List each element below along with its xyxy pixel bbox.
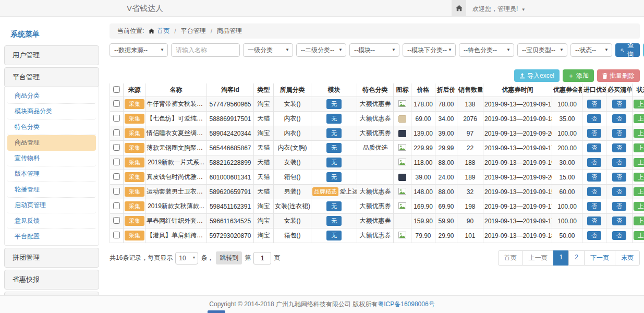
sidebar-item[interactable]: 平台配置 (7, 229, 96, 244)
import-select-toggle[interactable]: 否 (587, 231, 601, 240)
add-button[interactable]: ＋ 添加 (563, 69, 594, 82)
must-buy-toggle[interactable]: 否 (612, 173, 626, 182)
status-toggle[interactable]: 上架 (634, 231, 644, 240)
row-checkbox[interactable] (113, 159, 120, 165)
coupon-time: 2019-09-13—2019-09-17 (483, 214, 552, 228)
taoke-id: 589042420344 (207, 126, 254, 141)
source-badge: 采集 (125, 143, 144, 153)
status-toggle[interactable]: 上架 (634, 114, 644, 123)
page-button[interactable]: 1 (553, 250, 569, 266)
coupon-time: 2019-09-13—2019-09-20 (483, 126, 552, 141)
page-number-input[interactable] (253, 252, 271, 264)
module-select[interactable]: --模块-- (349, 43, 399, 57)
import-excel-button[interactable]: 导入excel (514, 69, 560, 82)
name-input[interactable] (171, 43, 240, 57)
select-all-checkbox[interactable] (113, 86, 120, 93)
discount-price: 39.00 (435, 126, 457, 141)
row-checkbox[interactable] (113, 202, 120, 209)
import-select-toggle[interactable]: 否 (587, 187, 601, 196)
product-category: 男装() (274, 185, 311, 199)
sidebar-item[interactable]: 宣传物料 (7, 151, 96, 166)
sales-count: 90 (457, 214, 483, 228)
module-sub-category-select[interactable]: --模块下分类-- (403, 43, 456, 57)
sidebar-item[interactable]: 意见反馈 (7, 213, 96, 229)
must-buy-toggle[interactable]: 否 (612, 216, 626, 225)
status-toggle[interactable]: 上架 (634, 216, 644, 225)
batch-delete-button[interactable]: 批量删除 (597, 69, 640, 82)
row-checkbox[interactable] (113, 232, 120, 238)
status-toggle[interactable]: 上架 (634, 202, 644, 211)
row-checkbox[interactable] (113, 188, 120, 195)
must-buy-toggle[interactable]: 否 (612, 143, 626, 152)
status-toggle[interactable]: 上架 (634, 173, 644, 182)
sidebar-item[interactable]: 特色分类 (7, 119, 96, 135)
per-page-select[interactable]: 10 (175, 252, 198, 264)
coupon-amount: 50.00 (552, 228, 582, 243)
must-buy-toggle[interactable]: 否 (612, 129, 626, 138)
row-checkbox[interactable] (113, 144, 120, 151)
level2-category-select[interactable]: --二级分类-- (296, 43, 346, 57)
item-type-select[interactable]: --宝贝类型-- (517, 43, 567, 57)
sidebar-item[interactable]: 商品分类 (7, 88, 96, 104)
sidebar-item[interactable]: 商品管理 (7, 135, 96, 151)
status-toggle[interactable]: 上架 (634, 187, 644, 196)
feature-category-select[interactable]: --特色分类-- (459, 43, 514, 57)
price: 69.00 (411, 112, 435, 126)
home-button[interactable] (452, 0, 466, 16)
sidebar-submenu: 商品分类模块商品分类特色分类商品管理宣传物料版本管理轮播管理启动页管理意见反馈平… (4, 87, 99, 246)
icon-cell (394, 228, 411, 243)
import-select-toggle[interactable]: 否 (587, 100, 601, 109)
import-select-toggle[interactable]: 否 (587, 158, 601, 167)
import-select-toggle[interactable]: 否 (587, 202, 601, 211)
must-buy-toggle[interactable]: 否 (612, 187, 626, 196)
product-type: 淘宝 (254, 214, 274, 228)
row-checkbox[interactable] (113, 129, 120, 136)
sidebar-group[interactable]: 平台管理 (4, 67, 99, 87)
row-checkbox[interactable] (113, 115, 120, 122)
page-button[interactable]: 下一页 (584, 250, 615, 266)
sales-count: 138 (457, 97, 483, 112)
page-button[interactable]: 上一页 (523, 250, 554, 266)
status-toggle[interactable]: 上架 (634, 158, 644, 167)
import-select-toggle[interactable]: 否 (587, 173, 601, 182)
page-button[interactable]: 末页 (615, 250, 640, 266)
sidebar-group[interactable]: 拼团管理 (4, 248, 99, 268)
must-buy-toggle[interactable]: 否 (612, 100, 626, 109)
sidebar-item[interactable]: 启动页管理 (7, 198, 96, 213)
row-checkbox[interactable] (113, 100, 120, 107)
status-toggle[interactable]: 上架 (634, 100, 644, 109)
coupon-amount: 30.00 (552, 155, 582, 170)
product-category: 女装() (274, 155, 311, 170)
import-select-toggle[interactable]: 否 (587, 216, 601, 225)
must-buy-toggle[interactable]: 否 (612, 114, 626, 123)
sidebar-item[interactable]: 模块商品分类 (7, 104, 96, 119)
page-button[interactable]: 2 (568, 250, 585, 266)
icp-link[interactable]: 粤ICP备16098006号 (378, 300, 434, 309)
level1-category-select[interactable]: 一级分类 (243, 43, 293, 57)
import-select-toggle[interactable]: 否 (587, 114, 601, 123)
column-header: 图标 (394, 83, 411, 97)
sidebar-group[interactable]: 用户管理 (4, 45, 99, 65)
user-menu[interactable]: 欢迎您，管理员! ▼ (472, 5, 526, 14)
must-buy-toggle[interactable]: 否 (612, 231, 626, 240)
status-toggle[interactable]: 上架 (634, 143, 644, 152)
row-checkbox[interactable] (113, 173, 120, 180)
must-buy-toggle[interactable]: 否 (612, 158, 626, 167)
import-select-toggle[interactable]: 否 (587, 143, 601, 152)
status-toggle[interactable]: 上架 (634, 129, 644, 138)
data-source-select[interactable]: --数据来源-- (110, 43, 168, 57)
sidebar-group[interactable]: 省惠快报 (4, 270, 99, 290)
coupon-amount: 60.00 (552, 185, 582, 199)
search-button[interactable]: 查询 (615, 43, 640, 57)
sidebar-item[interactable]: 版本管理 (7, 166, 96, 182)
sidebar-item[interactable]: 轮播管理 (7, 182, 96, 198)
row-checkbox[interactable] (113, 217, 120, 224)
jump-button[interactable]: 跳转到 (216, 251, 242, 264)
breadcrumb-item: 商品管理 (217, 27, 242, 35)
pagination-bar: 共16条记录，每页显示 10 条， 跳转到 第 页 首页上一页12下一页末页 (110, 250, 640, 266)
page-button[interactable]: 首页 (498, 250, 523, 266)
status-select[interactable]: --状态-- (570, 43, 612, 57)
must-buy-toggle[interactable]: 否 (612, 202, 626, 211)
breadcrumb-home-link[interactable]: 首页 (157, 27, 169, 35)
import-select-toggle[interactable]: 否 (587, 129, 601, 138)
